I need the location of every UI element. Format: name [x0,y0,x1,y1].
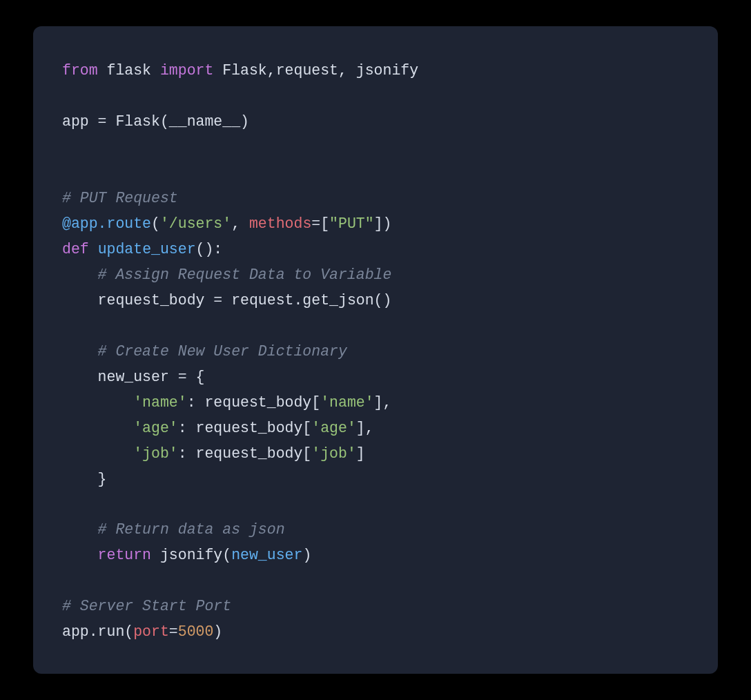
code-panel: from flask import Flask,request, jsonify… [33,26,718,674]
code-block[interactable]: from flask import Flask,request, jsonify… [62,58,689,645]
